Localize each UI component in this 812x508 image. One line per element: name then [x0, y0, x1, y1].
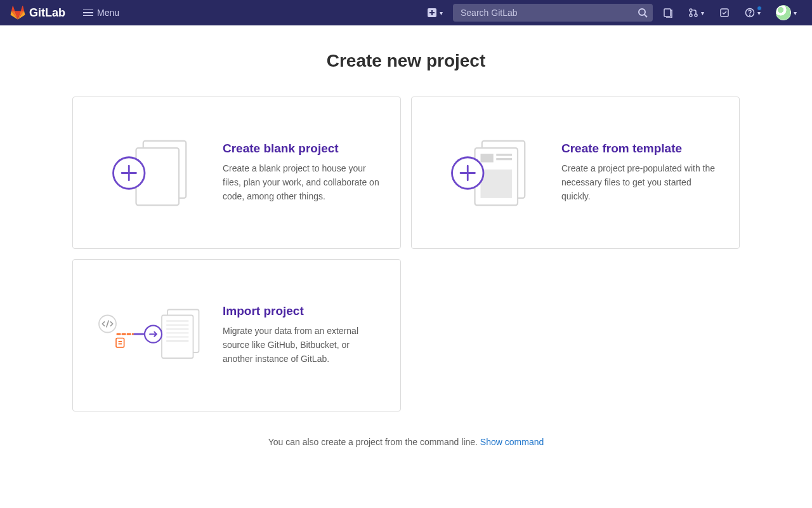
card-title: Import project: [223, 304, 380, 318]
svg-point-8: [750, 15, 750, 16]
notification-dot: [757, 6, 762, 11]
import-illustration: [93, 301, 207, 370]
help-dropdown[interactable]: ▾: [740, 4, 766, 22]
menu-label: Menu: [97, 8, 119, 18]
show-command-link[interactable]: Show command: [480, 437, 544, 447]
svg-point-3: [690, 9, 692, 11]
svg-point-5: [695, 14, 697, 17]
svg-rect-2: [664, 9, 671, 17]
import-project-card[interactable]: Import project Migrate your data from an…: [72, 259, 401, 411]
project-option-cards: Create blank project Create a blank proj…: [72, 97, 740, 411]
command-line-note: You can also create a project from the c…: [72, 437, 740, 447]
chevron-down-icon: ▾: [794, 10, 797, 17]
merge-request-icon: [688, 8, 698, 18]
user-menu[interactable]: ▾: [771, 1, 802, 24]
todos-link[interactable]: [714, 4, 735, 22]
svg-rect-15: [496, 154, 512, 156]
search-icon: [638, 8, 648, 18]
svg-rect-28: [116, 338, 124, 347]
page-title: Create new project: [72, 51, 740, 71]
user-avatar: [776, 5, 791, 20]
issues-icon: [663, 8, 673, 18]
tanuki-icon: [10, 5, 25, 20]
plus-square-icon: [427, 8, 437, 18]
svg-rect-14: [481, 154, 494, 163]
chevron-down-icon: ▾: [440, 10, 443, 17]
gitlab-logo[interactable]: GitLab: [10, 5, 65, 20]
search-container: [453, 4, 653, 22]
create-new-dropdown[interactable]: ▾: [422, 4, 448, 22]
template-illustration: [432, 130, 546, 216]
card-description: Create a blank project to house your fil…: [223, 162, 380, 203]
search-input[interactable]: [453, 4, 653, 22]
merge-requests-dropdown[interactable]: ▾: [683, 4, 709, 22]
footer-text: You can also create a project from the c…: [268, 437, 480, 447]
issues-link[interactable]: [658, 4, 678, 22]
card-title: Create from template: [561, 142, 719, 156]
svg-point-4: [690, 14, 692, 17]
svg-rect-30: [119, 344, 122, 345]
svg-rect-17: [481, 169, 513, 197]
todo-icon: [719, 8, 730, 18]
brand-text: GitLab: [29, 6, 65, 20]
create-from-template-card[interactable]: Create from template Create a project pr…: [411, 97, 740, 249]
help-icon: [745, 8, 755, 18]
top-navbar: GitLab Menu ▾ ▾ ▾ ▾: [0, 0, 812, 25]
chevron-down-icon: ▾: [701, 10, 704, 17]
svg-rect-16: [496, 157, 512, 159]
menu-button[interactable]: Menu: [78, 5, 124, 20]
blank-project-illustration: [93, 130, 207, 216]
card-title: Create blank project: [223, 142, 380, 156]
hamburger-icon: [83, 10, 93, 17]
svg-rect-29: [119, 341, 122, 342]
svg-point-1: [639, 9, 645, 15]
page-container: Create new project Create blank project …: [57, 25, 755, 472]
card-description: Migrate your data from an external sourc…: [223, 324, 380, 366]
create-blank-project-card[interactable]: Create blank project Create a blank proj…: [72, 97, 401, 249]
card-description: Create a project pre-populated with the …: [561, 162, 719, 203]
